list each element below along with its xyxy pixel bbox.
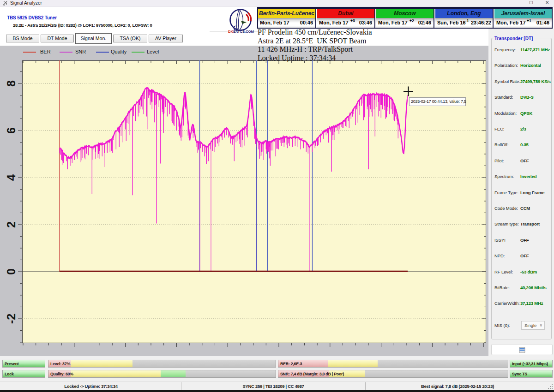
svg-text:DXSATCS.COM: DXSATCS.COM: [228, 30, 254, 34]
